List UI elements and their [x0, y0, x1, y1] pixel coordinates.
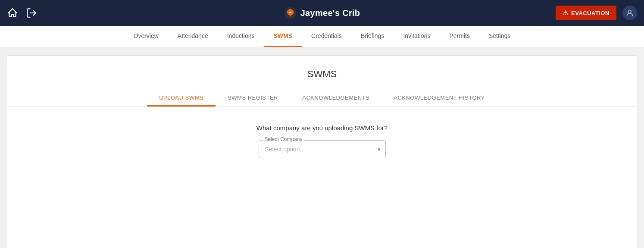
sub-tab-acknowledgements[interactable]: ACKNOWLEDGEMENTS: [290, 90, 381, 107]
warning-icon: ⚠: [563, 9, 569, 17]
company-select-wrapper: Select Company Select option... ▾: [259, 140, 386, 158]
user-icon: [625, 9, 634, 17]
top-bar: Jaymee's Crib ⚠ EVACUATION: [0, 0, 644, 26]
nav-item-overview[interactable]: Overview: [124, 26, 168, 47]
sub-tab-acknowledgement-history[interactable]: ACKNOWLEDGEMENT HISTORY: [381, 90, 497, 107]
sub-tab-upload-swms[interactable]: UPLOAD SWMS: [147, 90, 216, 107]
form-area: What company are you uploading SWMS for?…: [6, 124, 638, 158]
logout-button[interactable]: [26, 7, 37, 19]
home-button[interactable]: [7, 7, 18, 19]
nav-item-settings[interactable]: Settings: [479, 26, 520, 47]
sub-tabs: UPLOAD SWMS SWMS REGISTER ACKNOWLEDGEMEN…: [6, 90, 638, 107]
evacuation-label: EVACUATION: [571, 10, 610, 16]
form-question: What company are you uploading SWMS for?: [256, 124, 388, 132]
sub-tab-swms-register[interactable]: SWMS REGISTER: [216, 90, 290, 107]
brand-name: Jaymee's Crib: [300, 8, 360, 18]
nav-item-invitations[interactable]: Invitations: [394, 26, 440, 47]
nav-item-inductions[interactable]: Inductions: [218, 26, 264, 47]
evacuation-button[interactable]: ⚠ EVACUATION: [556, 6, 616, 20]
top-bar-right: ⚠ EVACUATION: [556, 6, 637, 20]
nav-item-permits[interactable]: Permits: [440, 26, 479, 47]
brand-logo-icon: [284, 6, 297, 19]
page-title: SWMS: [6, 69, 638, 80]
top-bar-left: [7, 7, 37, 19]
nav-item-credentials[interactable]: Credentials: [302, 26, 351, 47]
company-select[interactable]: Select option...: [259, 140, 386, 158]
brand-area: Jaymee's Crib: [284, 6, 360, 19]
select-company-label: Select Company: [263, 136, 304, 142]
home-icon: [7, 7, 18, 19]
user-avatar[interactable]: [622, 6, 637, 20]
logout-icon: [26, 7, 37, 19]
nav-item-attendance[interactable]: Attendance: [168, 26, 218, 47]
page-container: SWMS UPLOAD SWMS SWMS REGISTER ACKNOWLED…: [6, 55, 638, 248]
nav-item-swms[interactable]: SWMS: [264, 26, 302, 47]
nav-item-briefings[interactable]: Briefings: [351, 26, 394, 47]
main-nav: Overview Attendance Inductions SWMS Cred…: [0, 26, 644, 47]
svg-point-1: [628, 10, 631, 13]
